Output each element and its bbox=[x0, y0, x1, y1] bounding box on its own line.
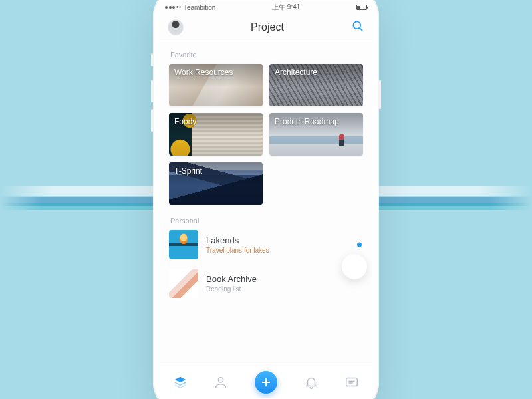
project-card-foody[interactable]: Foody bbox=[169, 113, 263, 156]
project-thumb bbox=[169, 269, 198, 298]
list-item-title: Book Archive bbox=[206, 274, 257, 284]
project-card-product-roadmap[interactable]: Product Roadmap bbox=[269, 113, 363, 156]
svg-rect-5 bbox=[346, 378, 358, 386]
layers-icon bbox=[173, 375, 188, 390]
card-title: Product Roadmap bbox=[275, 117, 339, 126]
search-button[interactable] bbox=[351, 19, 364, 35]
list-item-title: Lakends bbox=[206, 235, 269, 245]
list-item-subtitle: Travel plans for lakes bbox=[206, 247, 269, 254]
avatar[interactable] bbox=[168, 19, 184, 35]
tab-projects[interactable] bbox=[173, 375, 188, 390]
tab-bar bbox=[160, 366, 372, 398]
person-icon bbox=[213, 375, 228, 390]
content-scroll[interactable]: Favorite Work Resources Architecture Foo… bbox=[160, 41, 372, 366]
card-title: Work Resources bbox=[174, 68, 233, 77]
status-bar: Teambition 上午 9:41 bbox=[160, 1, 372, 13]
chat-icon bbox=[344, 375, 359, 390]
project-thumb bbox=[169, 230, 198, 259]
svg-point-2 bbox=[219, 377, 223, 382]
tab-contacts[interactable] bbox=[213, 375, 228, 390]
tab-notifications[interactable] bbox=[304, 375, 319, 390]
card-title: T-Sprint bbox=[174, 166, 202, 176]
screen: Teambition 上午 9:41 Project Favorite Work bbox=[160, 1, 372, 398]
svg-line-1 bbox=[360, 27, 362, 30]
card-title: Architecture bbox=[275, 68, 317, 77]
page-title: Project bbox=[251, 21, 284, 33]
nav-header: Project bbox=[160, 13, 372, 41]
project-card-architecture[interactable]: Architecture bbox=[269, 64, 363, 106]
project-card-work-resources[interactable]: Work Resources bbox=[169, 64, 263, 106]
plus-icon bbox=[260, 376, 272, 388]
section-label-favorite: Favorite bbox=[170, 51, 363, 59]
clock-label: 上午 9:41 bbox=[272, 3, 300, 12]
tab-messages[interactable] bbox=[344, 375, 359, 390]
unread-dot-icon bbox=[357, 243, 362, 247]
list-item[interactable]: Book Archive Reading list bbox=[169, 269, 363, 298]
search-icon bbox=[351, 19, 364, 33]
list-item-subtitle: Reading list bbox=[206, 285, 257, 293]
tab-add-button[interactable] bbox=[255, 371, 277, 394]
battery-icon bbox=[356, 5, 367, 10]
bell-icon bbox=[304, 375, 319, 390]
carrier-label: Teambition bbox=[184, 4, 215, 11]
project-card-t-sprint[interactable]: T-Sprint bbox=[169, 162, 263, 205]
signal-dots-icon bbox=[165, 6, 181, 9]
phone-device-frame: Teambition 上午 9:41 Project Favorite Work bbox=[153, 0, 379, 399]
card-title: Foody bbox=[174, 117, 196, 126]
section-label-personal: Personal bbox=[170, 217, 363, 225]
list-item[interactable]: Lakends Travel plans for lakes bbox=[169, 230, 363, 259]
